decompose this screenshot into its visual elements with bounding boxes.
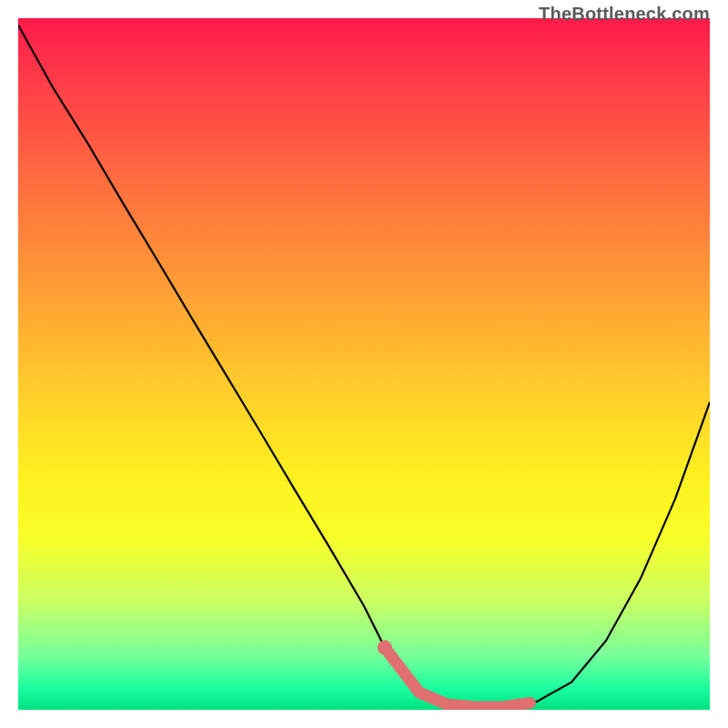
bottleneck-chart: TheBottleneck.com [0,0,728,728]
gradient-background [18,18,710,710]
watermark-text: TheBottleneck.com [539,4,710,25]
